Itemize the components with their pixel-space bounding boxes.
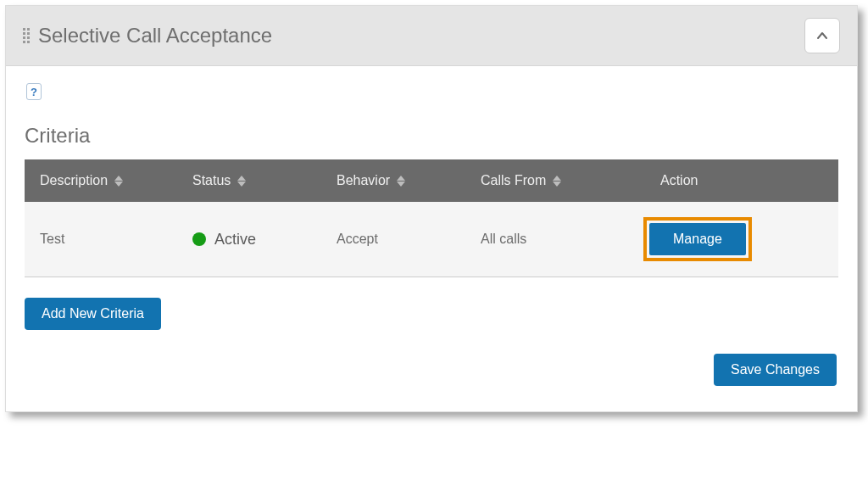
cell-status-label: Active bbox=[214, 231, 256, 249]
column-header-callsfrom[interactable]: Calls From bbox=[465, 159, 635, 202]
criteria-header-row: Description Status bbox=[25, 159, 838, 202]
sort-icon bbox=[114, 176, 123, 187]
column-header-description-label: Description bbox=[40, 173, 108, 188]
sort-icon bbox=[553, 176, 561, 187]
table-row: Test Active Accept All calls Manage bbox=[25, 202, 838, 277]
cell-description: Test bbox=[25, 202, 177, 277]
drag-handle-icon[interactable] bbox=[23, 28, 30, 43]
add-new-criteria-button[interactable]: Add New Criteria bbox=[25, 298, 161, 330]
column-header-behavior[interactable]: Behavior bbox=[321, 159, 465, 202]
panel-title: Selective Call Acceptance bbox=[38, 24, 272, 47]
manage-button-highlight: Manage bbox=[643, 217, 752, 261]
criteria-section-title: Criteria bbox=[25, 124, 838, 148]
sort-icon bbox=[397, 176, 405, 187]
panel-header: Selective Call Acceptance bbox=[6, 6, 857, 66]
save-row: Save Changes bbox=[25, 354, 838, 386]
panel-body: ? Criteria Description bbox=[6, 66, 857, 411]
status-indicator-icon bbox=[192, 232, 206, 246]
add-criteria-row: Add New Criteria bbox=[25, 298, 838, 330]
manage-button[interactable]: Manage bbox=[649, 223, 746, 255]
column-header-callsfrom-label: Calls From bbox=[481, 173, 546, 188]
column-header-status-label: Status bbox=[192, 173, 231, 188]
collapse-toggle-button[interactable] bbox=[804, 18, 840, 53]
criteria-table: Description Status bbox=[25, 159, 838, 277]
column-header-status[interactable]: Status bbox=[177, 159, 321, 202]
cell-behavior: Accept bbox=[321, 202, 465, 277]
panel-header-left: Selective Call Acceptance bbox=[23, 24, 272, 47]
column-header-behavior-label: Behavior bbox=[337, 173, 390, 188]
help-icon[interactable]: ? bbox=[26, 83, 42, 100]
cell-action: Manage bbox=[635, 202, 838, 277]
cell-callsfrom: All calls bbox=[465, 202, 635, 277]
cell-status: Active bbox=[177, 202, 321, 277]
column-header-description[interactable]: Description bbox=[25, 159, 177, 202]
sort-icon bbox=[237, 176, 246, 187]
criteria-table-wrap: Description Status bbox=[25, 159, 838, 277]
column-header-action: Action bbox=[635, 159, 838, 202]
chevron-up-icon bbox=[816, 30, 828, 42]
column-header-action-label: Action bbox=[660, 173, 698, 187]
selective-call-acceptance-panel: Selective Call Acceptance ? Criteria Des… bbox=[5, 5, 858, 412]
save-changes-button[interactable]: Save Changes bbox=[714, 354, 837, 386]
